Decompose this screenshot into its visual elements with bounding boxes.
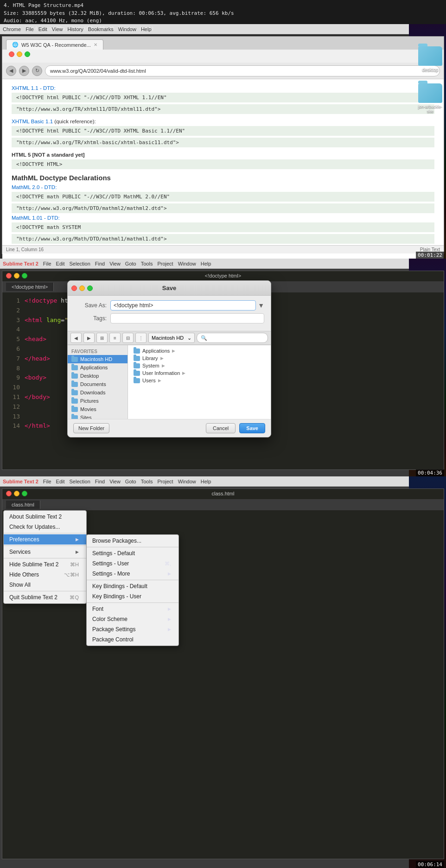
- menu3-selection[interactable]: Selection: [70, 479, 90, 484]
- about-menu-item[interactable]: About Sublime Text 2: [4, 512, 86, 522]
- refresh-button[interactable]: ↻: [32, 66, 42, 76]
- xhtml11-link[interactable]: XHTML 1.1 - DTD:: [12, 85, 56, 91]
- view-icon-btn[interactable]: ⊞: [96, 333, 108, 343]
- menu-chrome[interactable]: Chrome: [3, 26, 21, 32]
- view-list-btn[interactable]: ≡: [109, 333, 121, 343]
- fwd-btn[interactable]: ▶: [83, 333, 95, 343]
- menu3-view[interactable]: View: [109, 479, 121, 484]
- sidebar-movies[interactable]: Movies: [68, 405, 127, 413]
- menu2-window[interactable]: Window: [178, 261, 196, 266]
- search-box[interactable]: 🔍: [197, 333, 268, 343]
- mathml20-link[interactable]: MathML 2.0 - DTD:: [12, 184, 57, 190]
- hide-others-item[interactable]: Hide Others ⌥⌘H: [4, 570, 86, 580]
- key-bindings-default-item[interactable]: Key Bindings - Default: [87, 581, 178, 591]
- tab-3[interactable]: class.html: [6, 501, 40, 509]
- sidebar-downloads[interactable]: Downloads: [68, 388, 127, 397]
- font-item[interactable]: Font ▶: [87, 604, 178, 614]
- location-dropdown[interactable]: Macintosh HD ⌄: [148, 333, 195, 343]
- menu2-project[interactable]: Project: [157, 261, 173, 266]
- sidebar-desktop[interactable]: Desktop: [68, 372, 127, 380]
- menu-edit[interactable]: Edit: [38, 26, 47, 32]
- settings-user-item[interactable]: Settings - User ⌘,: [87, 558, 178, 569]
- settings-more-item[interactable]: Settings - More ▶: [87, 569, 178, 579]
- menu2-file[interactable]: File: [43, 261, 51, 266]
- services-menu-item[interactable]: Services ▶: [4, 547, 86, 557]
- url-bar[interactable]: www.w3.org/QA/2002/04/valid-dtd-list.htm…: [45, 65, 440, 76]
- sidebar-macintosh-hd[interactable]: Macintosh HD: [68, 355, 127, 363]
- sidebar-pictures[interactable]: Pictures: [68, 397, 127, 405]
- maximize-2[interactable]: [22, 273, 27, 279]
- file-applications[interactable]: Applications ▶: [132, 347, 267, 355]
- package-settings-item[interactable]: Package Settings ▶: [87, 624, 178, 634]
- back-btn[interactable]: ◀: [70, 333, 82, 343]
- menu3-tools[interactable]: Tools: [141, 479, 153, 484]
- sidebar-documents[interactable]: Documents: [68, 380, 127, 388]
- menu3-find[interactable]: Find: [95, 479, 105, 484]
- tab-2[interactable]: <!doctype html>: [6, 283, 54, 291]
- tags-input[interactable]: [110, 313, 264, 323]
- browse-packages-item[interactable]: Browse Packages...: [87, 536, 178, 546]
- file-system[interactable]: System ▶: [132, 362, 267, 369]
- desktop-icon-1[interactable]: desktop: [418, 46, 442, 72]
- package-control-item[interactable]: Package Control: [87, 634, 178, 645]
- key-bindings-user-item[interactable]: Key Bindings - User: [87, 591, 178, 602]
- sidebar-sites[interactable]: Sites: [68, 413, 127, 419]
- hide-sublime-item[interactable]: Hide Sublime Text 2 ⌘H: [4, 559, 86, 570]
- menu-window[interactable]: Window: [118, 26, 136, 32]
- app-name-3[interactable]: Sublime Text 2: [3, 479, 38, 484]
- menu2-tools[interactable]: Tools: [141, 261, 153, 266]
- file-library[interactable]: Library ▶: [132, 355, 267, 362]
- close-3[interactable]: [6, 491, 12, 496]
- new-folder-button[interactable]: New Folder: [73, 423, 109, 433]
- menu3-goto[interactable]: Goto: [125, 479, 136, 484]
- menu-help[interactable]: Help: [141, 26, 152, 32]
- menu2-find[interactable]: Find: [95, 261, 105, 266]
- check-updates-menu-item[interactable]: Check for Updates...: [4, 522, 86, 532]
- settings-default-item[interactable]: Settings - Default: [87, 548, 178, 558]
- dialog-maximize[interactable]: [87, 285, 93, 291]
- maximize-3[interactable]: [22, 491, 27, 496]
- close-2[interactable]: [6, 273, 12, 279]
- app-name-2[interactable]: Sublime Text 2: [3, 261, 38, 266]
- menu2-view[interactable]: View: [109, 261, 121, 266]
- minimize-button[interactable]: [17, 51, 22, 57]
- mathml101-link[interactable]: MathML 1.01 - DTD:: [12, 215, 60, 221]
- preferences-menu-item[interactable]: Preferences ▶ Browse Packages... Setting…: [4, 534, 86, 545]
- menu3-window[interactable]: Window: [178, 479, 196, 484]
- menu2-help[interactable]: Help: [201, 261, 211, 266]
- sidebar-applications[interactable]: Applications: [68, 363, 127, 372]
- xhtml-basic-link[interactable]: XHTML Basic 1.1: [12, 119, 53, 124]
- close-button[interactable]: [9, 51, 14, 57]
- save-as-input[interactable]: <!doctype html>: [110, 300, 256, 310]
- tab-close-button[interactable]: ✕: [94, 42, 97, 47]
- menu2-selection[interactable]: Selection: [70, 261, 90, 266]
- desktop-icon-2[interactable]: jon-arbuckle-site: [418, 83, 442, 114]
- menu-bookmarks[interactable]: Bookmarks: [88, 26, 114, 32]
- menu3-help[interactable]: Help: [201, 479, 211, 484]
- menu3-edit[interactable]: Edit: [56, 479, 65, 484]
- file-users[interactable]: Users ▶: [132, 377, 267, 384]
- menu2-goto[interactable]: Goto: [125, 261, 136, 266]
- menu3-project[interactable]: Project: [157, 479, 173, 484]
- maximize-button[interactable]: [25, 51, 30, 57]
- menu-view[interactable]: View: [52, 26, 63, 32]
- save-expand-btn[interactable]: ▼: [258, 302, 264, 309]
- view-col-btn[interactable]: ⊟: [122, 333, 134, 343]
- dialog-minimize[interactable]: [79, 285, 85, 291]
- menu-file[interactable]: File: [25, 26, 34, 32]
- dialog-close[interactable]: [71, 285, 77, 291]
- forward-button[interactable]: ▶: [19, 66, 29, 76]
- minimize-3[interactable]: [14, 491, 19, 496]
- save-button[interactable]: Save: [239, 423, 265, 433]
- minimize-2[interactable]: [14, 273, 19, 279]
- quit-item[interactable]: Quit Sublime Text 2 ⌘Q: [4, 592, 86, 602]
- view-extra-btn[interactable]: ⋮: [135, 333, 147, 343]
- color-scheme-item[interactable]: Color Scheme ▶: [87, 614, 178, 624]
- menu2-edit[interactable]: Edit: [56, 261, 65, 266]
- menu3-file[interactable]: File: [43, 479, 51, 484]
- file-user-info[interactable]: User Information ▶: [132, 369, 267, 377]
- chrome-tab-active[interactable]: 🌐 W5 W3C QA - Recommende... ✕: [6, 39, 103, 50]
- show-all-item[interactable]: Show All: [4, 580, 86, 590]
- cancel-button[interactable]: Cancel: [206, 423, 236, 433]
- menu-history[interactable]: History: [67, 26, 83, 32]
